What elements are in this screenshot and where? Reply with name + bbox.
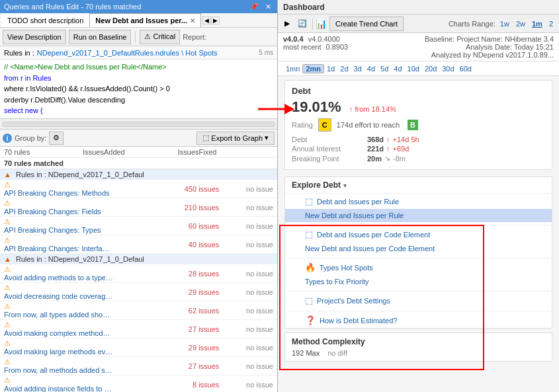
rule-name[interactable]: API Breaking Changes: Methods bbox=[4, 189, 113, 197]
tabs-row: TODO short description New Debt and Issu… bbox=[0, 13, 277, 28]
timeline-2mn[interactable]: 2mn bbox=[302, 64, 324, 73]
issues-added-cell: 29 issues bbox=[163, 338, 223, 357]
rule-name[interactable]: API Breaking Changes: Fields bbox=[4, 208, 113, 216]
table-row[interactable]: ⚠API Breaking Changes: Fields 210 issues… bbox=[0, 198, 277, 217]
section2-warn-icon: ▲ bbox=[4, 255, 11, 263]
explore-section-3: 🔥 Types Hot Spots Types to Fix Priority bbox=[285, 260, 552, 292]
tab-new-debt[interactable]: New Debt and Issues per... ✕ bbox=[89, 13, 201, 27]
rule-name[interactable]: API Breaking Changes: Interfaces an... bbox=[4, 245, 113, 253]
create-trend-button[interactable]: Create Trend Chart bbox=[329, 17, 404, 31]
timeline-1d[interactable]: 1d bbox=[324, 65, 337, 73]
timeline-4d-2[interactable]: 4d bbox=[391, 65, 404, 73]
group-by-button[interactable]: ⚙ bbox=[49, 132, 64, 145]
rules-in-path[interactable]: NDepend_v2017_1_0_DefaultRules.ndrules \… bbox=[37, 49, 218, 57]
debt-detail-value-3: 20m bbox=[367, 155, 382, 163]
explore-icon-3: 🔥 bbox=[305, 262, 316, 272]
timeline-5d[interactable]: 5d bbox=[378, 65, 391, 73]
rule-name[interactable]: API Breaking Changes: Types bbox=[4, 226, 113, 234]
table-row[interactable]: ⚠Avoid making complex methods even... 27… bbox=[0, 320, 277, 338]
issues-fixed-cell: no issue bbox=[223, 338, 277, 357]
critical-button[interactable]: ⚠ Critical bbox=[140, 30, 180, 44]
table-row[interactable]: ⚠From now, all types added should be... … bbox=[0, 301, 277, 320]
play-button[interactable]: ▶ bbox=[282, 18, 292, 29]
rating-label-text: Rating bbox=[292, 121, 313, 129]
view-description-button[interactable]: View Description bbox=[3, 30, 66, 44]
explore-new-debt-element[interactable]: New Debt and Issues per Code Element bbox=[285, 242, 552, 255]
tab-close-icon[interactable]: ✕ bbox=[190, 17, 195, 24]
timeline-30d[interactable]: 30d bbox=[439, 65, 456, 73]
explore-new-debt-rule[interactable]: New Debt and Issues per Rule bbox=[285, 209, 552, 222]
tab-todo[interactable]: TODO short description bbox=[1, 13, 89, 27]
explore-project-debt-settings[interactable]: ⬚ Project's Debt Settings bbox=[285, 293, 552, 308]
table-row[interactable]: ⚠Avoid adding methods to a type that a..… bbox=[0, 264, 277, 283]
explore-debt-header[interactable]: Explore Debt ▾ bbox=[285, 177, 552, 194]
table-row[interactable]: ⚠API Breaking Changes: Interfaces an... … bbox=[0, 235, 277, 254]
table-row[interactable]: ⚠API Breaking Changes: Methods 450 issue… bbox=[0, 180, 277, 198]
issues-added-cell: 27 issues bbox=[163, 357, 223, 375]
export-dropdown-icon: ▾ bbox=[265, 134, 269, 142]
pin-button[interactable]: 📌 bbox=[247, 3, 261, 11]
rule-name[interactable]: From now, all types added should be... bbox=[4, 311, 113, 319]
export-to-graph-button[interactable]: ⬚ Export to Graph ▾ bbox=[196, 132, 275, 145]
timeline-60d[interactable]: 60d bbox=[457, 65, 474, 73]
rule-name[interactable]: Avoid adding instance fields to a type..… bbox=[4, 385, 113, 392]
table-row[interactable]: ⚠Avoid adding instance fields to a type.… bbox=[0, 375, 277, 393]
baseline-label: Baseline: bbox=[425, 35, 454, 43]
issues-fixed-cell: no issue bbox=[223, 283, 277, 301]
info-icon: i bbox=[3, 134, 12, 143]
issues-fixed-cell: no issue bbox=[223, 301, 277, 320]
timeline-20d[interactable]: 20d bbox=[422, 65, 439, 73]
range-1w-button[interactable]: 1w bbox=[498, 20, 511, 28]
tab-prev-button[interactable]: ◀ bbox=[202, 17, 211, 24]
project-name: Project Name: NHibernate 3.4 bbox=[456, 35, 554, 43]
explore-types-fix-priority[interactable]: Types to Fix Priority bbox=[285, 275, 552, 288]
issues-added-cell: 28 issues bbox=[163, 264, 223, 283]
rule-name[interactable]: Avoid making complex methods even... bbox=[4, 329, 113, 337]
view-description-label: View Description bbox=[7, 33, 62, 41]
table-row[interactable]: ⚠API Breaking Changes: Types 60 issues n… bbox=[0, 217, 277, 235]
version-current: v4.0.4 bbox=[283, 35, 304, 43]
recency-label: most recent bbox=[283, 43, 321, 51]
detail-up-arrow-2: ↑ bbox=[386, 145, 390, 153]
timeline-10d[interactable]: 10d bbox=[405, 65, 422, 73]
issues-fixed-cell: no issue bbox=[223, 320, 277, 338]
timeline-2d[interactable]: 2d bbox=[337, 65, 351, 73]
debt-detail-change-2: +69d bbox=[393, 145, 409, 153]
h-scrollbar[interactable] bbox=[0, 119, 277, 130]
rule-name[interactable]: Avoid adding methods to a type that a... bbox=[4, 274, 113, 282]
range-2-button[interactable]: 2 bbox=[547, 20, 555, 28]
run-baseline-button[interactable]: Run on Baseline bbox=[69, 30, 132, 44]
timeline-4d[interactable]: 4d bbox=[365, 65, 378, 73]
explore-how-is-debt[interactable]: ❓ How is Debt Estimated? bbox=[285, 313, 552, 328]
debt-change-label: from 18.14% bbox=[355, 105, 396, 113]
rule-name[interactable]: Avoid decreasing code coverage by b... bbox=[4, 292, 113, 300]
issues-added-cell: 27 issues bbox=[163, 320, 223, 338]
range-2w-button[interactable]: 2w bbox=[514, 20, 527, 28]
explore-debt-issues-element[interactable]: ⬚ Debt and Issues per Code Element bbox=[285, 227, 552, 242]
effort-target: B bbox=[410, 121, 415, 129]
close-button[interactable]: ✕ bbox=[263, 3, 273, 11]
warn-icon: ⚠ bbox=[4, 358, 11, 366]
rule-name[interactable]: Avoid making large methods even lar... bbox=[4, 348, 113, 356]
explore-debt-title: Explore Debt bbox=[292, 180, 341, 190]
explore-debt-issues-rule[interactable]: ⬚ Debt and Issues per Rule bbox=[285, 194, 552, 209]
table-row[interactable]: ⚠From now, all methods added should... 2… bbox=[0, 357, 277, 375]
code-line-2: from r in Rules bbox=[4, 73, 273, 84]
rules-table: 70 rules matched ▲ Rules in : NDepend_v2… bbox=[0, 158, 277, 392]
tab-next-button[interactable]: ▶ bbox=[211, 17, 220, 24]
refresh-button[interactable]: 🔄 bbox=[295, 18, 310, 29]
timeline-1mn[interactable]: 1mn bbox=[283, 65, 302, 73]
dashboard-header: Dashboard bbox=[278, 0, 559, 15]
table-row[interactable]: ⚠Avoid making large methods even lar... … bbox=[0, 338, 277, 357]
run-baseline-label: Run on Baseline bbox=[73, 33, 127, 41]
explore-section-4: ⬚ Project's Debt Settings bbox=[285, 293, 552, 311]
explore-types-hot-spots[interactable]: 🔥 Types Hot Spots bbox=[285, 260, 552, 275]
range-1m-button[interactable]: 1m bbox=[530, 20, 544, 28]
warn-icon: ⚠ bbox=[4, 302, 11, 310]
export-label: Export to Graph bbox=[211, 134, 263, 142]
matched-header-row: 70 rules matched bbox=[0, 158, 277, 169]
timeline-3d[interactable]: 3d bbox=[351, 65, 365, 73]
table-row[interactable]: ⚠Avoid decreasing code coverage by b... … bbox=[0, 283, 277, 301]
rules-in-bar: Rules in : NDepend_v2017_1_0_DefaultRule… bbox=[0, 46, 277, 59]
rule-name[interactable]: From now, all methods added should... bbox=[4, 366, 113, 374]
